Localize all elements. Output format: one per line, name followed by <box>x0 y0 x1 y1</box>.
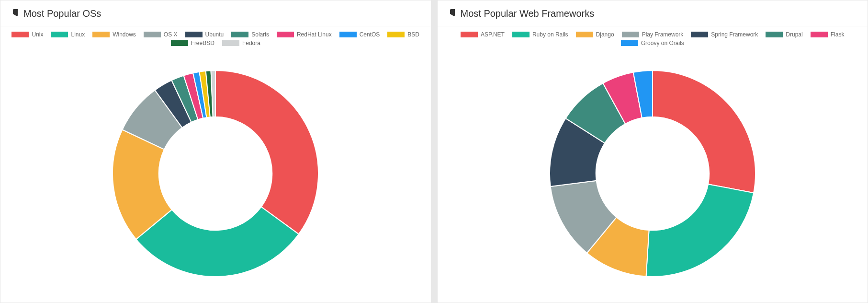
legend-label: ASP.NET <box>481 31 505 38</box>
legend-item[interactable]: Play Framework <box>622 31 684 38</box>
legend-item[interactable]: Unix <box>11 31 43 38</box>
card-title: Most Popular OSs <box>23 8 101 19</box>
legend-swatch <box>622 32 639 37</box>
legend-item[interactable]: Flask <box>811 31 845 38</box>
legend-label: Play Framework <box>642 31 684 38</box>
card-title: Most Popular Web Frameworks <box>461 8 595 19</box>
legend-label: CentOS <box>360 31 380 38</box>
chart-area <box>9 50 422 297</box>
legend-swatch <box>576 32 593 37</box>
legend-item[interactable]: Linux <box>51 31 85 38</box>
legend-item[interactable]: Spring Framework <box>691 31 758 38</box>
legend-label: BSD <box>407 31 419 38</box>
legend-label: Unix <box>32 31 43 38</box>
legend-item[interactable]: CentOS <box>339 31 380 38</box>
legend-swatch <box>691 32 708 37</box>
legend-label: Flask <box>831 31 845 38</box>
legend-swatch <box>222 40 239 46</box>
legend-item[interactable]: Ubuntu <box>185 31 224 38</box>
legend-swatch <box>339 32 357 37</box>
chart-legend: UnixLinuxWindowsOS XUbuntuSolarisRedHat … <box>9 31 422 47</box>
chart-legend: ASP.NETRuby on RailsDjangoPlay Framework… <box>446 31 859 47</box>
legend-swatch <box>144 32 161 37</box>
legend-swatch <box>811 32 828 37</box>
card-header: Most Popular Web Frameworks <box>438 0 868 26</box>
legend-label: FreeBSD <box>191 40 214 47</box>
legend-item[interactable]: BSD <box>387 31 419 38</box>
legend-swatch <box>171 40 188 46</box>
legend-swatch <box>277 32 294 37</box>
legend-label: Linux <box>71 31 85 38</box>
card-header: Most Popular OSs <box>0 0 431 26</box>
donut-slice[interactable] <box>646 184 754 277</box>
legend-label: Solaris <box>251 31 269 38</box>
donut-chart <box>538 58 767 289</box>
chart-area <box>446 50 859 297</box>
donut-slice[interactable] <box>215 70 318 234</box>
legend-swatch <box>766 32 783 37</box>
dashboard-row: Most Popular OSs UnixLinuxWindowsOS XUbu… <box>0 0 868 303</box>
legend-swatch <box>185 32 203 37</box>
legend-item[interactable]: OS X <box>144 31 178 38</box>
legend-label: Ruby on Rails <box>532 31 568 38</box>
pie-chart-icon <box>445 9 455 19</box>
donut-slice[interactable] <box>653 70 755 193</box>
legend-item[interactable]: Ruby on Rails <box>512 31 568 38</box>
legend-item[interactable]: RedHat Linux <box>277 31 332 38</box>
legend-item[interactable]: Groovy on Grails <box>621 40 684 47</box>
legend-label: Windows <box>113 31 136 38</box>
legend-swatch <box>387 32 405 37</box>
donut-chart <box>101 58 330 289</box>
card-web: Most Popular Web Frameworks ASP.NETRuby … <box>437 0 868 303</box>
card-os: Most Popular OSs UnixLinuxWindowsOS XUbu… <box>0 0 431 303</box>
legend-item[interactable]: ASP.NET <box>461 31 505 38</box>
legend-label: OS X <box>164 31 178 38</box>
legend-swatch <box>92 32 110 37</box>
legend-swatch <box>461 32 478 37</box>
legend-item[interactable]: Windows <box>92 31 136 38</box>
legend-label: Django <box>596 31 614 38</box>
legend-item[interactable]: FreeBSD <box>171 40 214 47</box>
legend-label: Ubuntu <box>205 31 224 38</box>
legend-swatch <box>11 32 29 37</box>
legend-label: RedHat Linux <box>297 31 332 38</box>
legend-swatch <box>621 40 638 46</box>
legend-item[interactable]: Solaris <box>231 31 269 38</box>
legend-label: Drupal <box>786 31 802 38</box>
card-body: UnixLinuxWindowsOS XUbuntuSolarisRedHat … <box>0 26 431 303</box>
legend-swatch <box>231 32 248 37</box>
legend-item[interactable]: Fedora <box>222 40 260 47</box>
legend-label: Spring Framework <box>711 31 758 38</box>
legend-item[interactable]: Drupal <box>766 31 802 38</box>
card-body: ASP.NETRuby on RailsDjangoPlay Framework… <box>438 26 868 303</box>
legend-swatch <box>512 32 530 37</box>
legend-label: Fedora <box>242 40 260 47</box>
legend-item[interactable]: Django <box>576 31 614 38</box>
legend-label: Groovy on Grails <box>641 40 684 47</box>
legend-swatch <box>51 32 68 37</box>
pie-chart-icon <box>8 9 18 19</box>
